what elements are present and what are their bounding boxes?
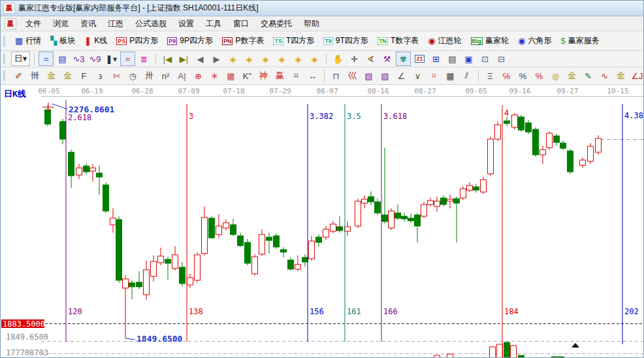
- menu-item-1[interactable]: 浏览: [47, 17, 74, 31]
- n-squared-icon[interactable]: n²: [158, 69, 173, 83]
- toolbar-grip[interactable]: [3, 54, 7, 64]
- angle-measure-icon[interactable]: ∢: [363, 52, 378, 66]
- candle-edit-icon[interactable]: ✎: [581, 69, 596, 83]
- span-arrows-icon[interactable]: ↔: [305, 69, 320, 83]
- diamond-left-icon[interactable]: ◈: [225, 52, 240, 66]
- marker-pen-icon[interactable]: ✐: [11, 69, 26, 83]
- parallel-lines-icon[interactable]: ⫽: [459, 69, 474, 83]
- angle-j-icon[interactable]: ∠J: [630, 69, 644, 83]
- shen-red-icon[interactable]: 神: [256, 69, 271, 83]
- gold-lines-icon[interactable]: 金: [564, 69, 579, 83]
- first-bar-icon[interactable]: |◀: [160, 52, 175, 66]
- k-quote-icon[interactable]: K": [240, 69, 255, 83]
- menu-item-9[interactable]: 帮助: [298, 17, 325, 31]
- fan-red-icon[interactable]: 巛: [345, 69, 360, 83]
- target-red-icon[interactable]: ⊕: [191, 69, 206, 83]
- tick-comb-icon[interactable]: 卌: [27, 69, 42, 83]
- toolbar-grip[interactable]: [3, 36, 7, 46]
- histogram-icon[interactable]: ≣: [137, 52, 152, 66]
- menu-item-8[interactable]: 交易委托: [255, 17, 298, 31]
- diamond-right-icon[interactable]: ◈: [242, 52, 257, 66]
- candle-body: [288, 260, 294, 269]
- toolbar-button-T四方形[interactable]: TST四方形: [273, 35, 314, 46]
- diamond-hspan-icon[interactable]: ◈: [258, 52, 273, 66]
- percent-icon[interactable]: %: [515, 69, 530, 83]
- hand-icon[interactable]: ✋: [330, 52, 346, 66]
- tick-comb2-icon[interactable]: 卅: [142, 69, 157, 83]
- toolbar-button-9T四方形[interactable]: T99T四方形: [323, 35, 368, 46]
- candle-body: [69, 152, 74, 176]
- f-ruler-icon[interactable]: F: [76, 69, 91, 83]
- quotes-table-icon: ▦: [15, 37, 23, 46]
- candle-body: [588, 146, 594, 161]
- knife-red-icon[interactable]: ✄: [109, 69, 124, 83]
- time-cycle-icon[interactable]: ◷: [125, 69, 140, 83]
- sketch-blue-icon[interactable]: ≈: [39, 52, 54, 66]
- anchor-purple-icon[interactable]: ⚒: [379, 52, 394, 66]
- brain-icon[interactable]: ✾: [396, 52, 411, 66]
- menu-item-3[interactable]: 江恩: [102, 17, 129, 31]
- diamond-x-icon[interactable]: ◈: [274, 52, 289, 66]
- star-grid-icon[interactable]: ✳: [207, 69, 222, 83]
- a-lines-icon[interactable]: A|: [174, 69, 189, 83]
- toolbar-grip[interactable]: [3, 71, 7, 81]
- box-measure-icon[interactable]: ⊓: [329, 69, 344, 83]
- calculator-icon[interactable]: ⊞: [428, 52, 443, 66]
- crosshair-icon[interactable]: ✛: [347, 52, 362, 66]
- calendar21-icon[interactable]: 21: [412, 52, 427, 66]
- scale-steps-icon[interactable]: Ξ: [483, 69, 498, 83]
- percent-line-icon[interactable]: %: [532, 69, 547, 83]
- toolbar-button-赢家轮[interactable]: Big赢家轮: [471, 35, 509, 46]
- toolbar-button-行情[interactable]: ▦行情: [15, 35, 41, 46]
- step-back-icon[interactable]: ◀: [193, 52, 208, 66]
- toolbar-button-P数字表[interactable]: PNP数字表: [222, 35, 265, 46]
- step-forward-icon[interactable]: ▶: [209, 52, 224, 66]
- spiral-icon[interactable]: ϶: [93, 69, 108, 83]
- menu-item-7[interactable]: 窗口: [227, 17, 255, 31]
- diamond-star-icon[interactable]: ◈: [291, 52, 306, 66]
- gold-circle-icon[interactable]: ◎: [548, 69, 563, 83]
- info-panel-icon[interactable]: ▤: [55, 52, 70, 66]
- ying-red-icon[interactable]: 赢: [272, 69, 287, 83]
- red-grid-icon[interactable]: ▦: [223, 69, 238, 83]
- period-dropdown[interactable]: 日▾: [11, 52, 30, 66]
- gold-gann-a-icon[interactable]: 金: [44, 69, 59, 83]
- menu-item-2[interactable]: 资讯: [74, 17, 102, 31]
- candle-body: [415, 215, 421, 226]
- wave9-icon[interactable]: ∿9: [88, 52, 103, 66]
- grid-123-icon[interactable]: ⌗: [289, 69, 304, 83]
- menu-item-6[interactable]: 工具: [200, 17, 227, 31]
- toolbar-button-K线[interactable]: ❚K线: [84, 35, 107, 46]
- save-net-icon[interactable]: ⊡: [477, 52, 492, 66]
- candle-body: [533, 129, 539, 155]
- gold-underline-icon[interactable]: 金: [613, 69, 628, 83]
- last-bar-icon[interactable]: ▶|: [176, 52, 191, 66]
- wave-band-icon[interactable]: ∿: [597, 69, 612, 83]
- toolbar-button-9P四方形[interactable]: P99P四方形: [167, 35, 213, 46]
- menu-item-4[interactable]: 公式选股: [129, 17, 172, 31]
- grid-filled-icon[interactable]: ▦: [443, 69, 458, 83]
- diamond-cross-icon[interactable]: ◈: [307, 52, 322, 66]
- zigzag-icon[interactable]: ∨: [410, 69, 425, 83]
- percent-box-icon[interactable]: ℅: [499, 69, 514, 83]
- toolbar-button-板块[interactable]: ▚板块: [50, 35, 75, 46]
- sketch-red-icon[interactable]: ≈: [120, 52, 135, 66]
- gold-gann-b-icon[interactable]: 金: [60, 69, 75, 83]
- toolbar-button-P四方形[interactable]: PSP四方形: [116, 35, 158, 46]
- toolbar-button-赢家服务[interactable]: $赢家服务: [560, 35, 599, 46]
- menu-item-5[interactable]: 设置: [172, 17, 200, 31]
- candle-dropdown-icon[interactable]: ❚▾: [104, 52, 119, 66]
- toolbar-button-六角形[interactable]: ◉六角形: [518, 35, 551, 46]
- report-icon[interactable]: ▤: [445, 52, 460, 66]
- purple-fan-icon[interactable]: ▧: [378, 69, 393, 83]
- toolbar-button-T数字表[interactable]: TNT数字表: [378, 35, 419, 46]
- wave3-icon[interactable]: ∿3: [71, 52, 86, 66]
- menu-item-0[interactable]: 文件: [20, 17, 47, 31]
- save-icon[interactable]: ▣: [461, 52, 476, 66]
- workstation-icon[interactable]: ⊟: [494, 52, 509, 66]
- grid-small-icon[interactable]: ⌗: [427, 69, 442, 83]
- purple-box-icon[interactable]: ▨: [361, 69, 376, 83]
- candle-body: [368, 197, 374, 202]
- trend-angle-icon[interactable]: ∠: [394, 69, 409, 83]
- toolbar-button-江恩轮[interactable]: ◉江恩轮: [428, 35, 461, 46]
